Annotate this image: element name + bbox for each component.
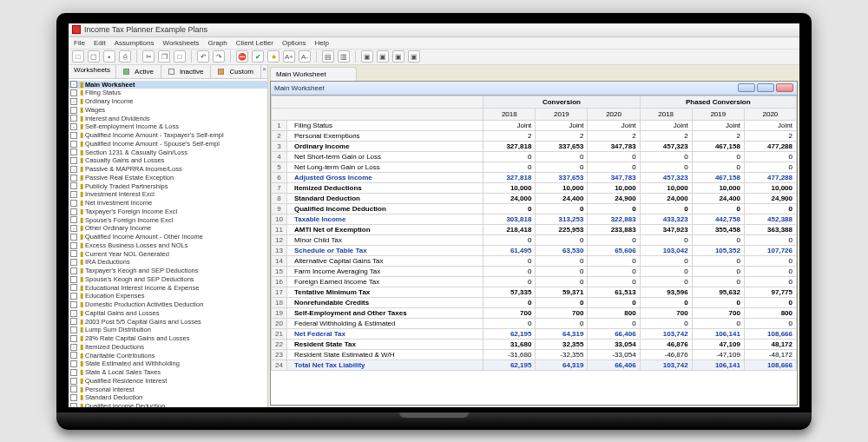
collapse-icon[interactable]: -: [70, 191, 77, 198]
cell-value[interactable]: 97,775: [744, 287, 796, 297]
cell-value[interactable]: 0: [483, 234, 536, 245]
menu-assumptions[interactable]: Assumptions: [115, 39, 155, 47]
redo-icon[interactable]: ↷: [213, 50, 225, 63]
cell-value[interactable]: 0: [640, 255, 692, 266]
cell-value[interactable]: 2: [588, 130, 640, 141]
cell-value[interactable]: -32,355: [536, 349, 588, 360]
cell-value[interactable]: 477,288: [744, 141, 796, 151]
collapse-icon[interactable]: -: [70, 344, 77, 351]
cell-value[interactable]: 0: [536, 162, 588, 172]
tab-inactive[interactable]: Inactive: [161, 65, 212, 78]
cell-value[interactable]: 700: [692, 307, 744, 318]
column-year-header[interactable]: 2018: [640, 108, 692, 120]
tree-node[interactable]: ▮Personal Interest: [69, 386, 267, 394]
cell-value[interactable]: 0: [640, 203, 692, 214]
cell-value[interactable]: 0: [640, 276, 692, 287]
grid-row[interactable]: 2Personal Exemptions222222: [272, 130, 797, 141]
cell-value[interactable]: 57,335: [483, 287, 536, 297]
grid-row[interactable]: 18Nonrefundable Credits000000: [272, 297, 797, 307]
undo-icon[interactable]: ↶: [197, 50, 209, 63]
grid-row[interactable]: 14Alternative Capital Gains Tax000000: [272, 255, 797, 266]
tree-node[interactable]: ▮Publicly Traded Partnerships: [69, 182, 267, 191]
menu-client-letter[interactable]: Client Letter: [236, 39, 273, 47]
collapse-icon[interactable]: -: [70, 166, 77, 173]
cell-value[interactable]: 467,158: [692, 141, 744, 151]
cell-value[interactable]: 327,818: [483, 172, 536, 182]
cell-value[interactable]: 0: [640, 318, 692, 328]
cell-value[interactable]: 0: [536, 151, 588, 162]
cell-value[interactable]: -33,054: [588, 349, 640, 360]
cell-value[interactable]: 106,141: [692, 360, 744, 370]
column-year-header[interactable]: 2018: [483, 108, 536, 120]
grid-row[interactable]: 11AMTI Net of Exemption218,418225,953233…: [272, 224, 797, 234]
cell-value[interactable]: 347,783: [588, 172, 640, 182]
cell-value[interactable]: 313,253: [536, 214, 588, 224]
tree-node[interactable]: ▮Charitable Contributions: [69, 352, 267, 360]
cell-value[interactable]: -48,172: [744, 349, 796, 360]
grid-row[interactable]: 16Foreign Earned Income Tax000000: [272, 276, 797, 287]
cell-value[interactable]: 31,680: [483, 339, 536, 349]
maximize-button[interactable]: [757, 83, 774, 92]
grid-row[interactable]: 21Net Federal Tax62,19564,31966,406103,7…: [272, 328, 797, 339]
cell-value[interactable]: 0: [588, 266, 640, 276]
cell-value[interactable]: 10,000: [588, 182, 640, 193]
cell-value[interactable]: 103,742: [640, 328, 692, 339]
cell-value[interactable]: 106,141: [692, 328, 744, 339]
cell-value[interactable]: 66,406: [588, 328, 640, 339]
tree-node[interactable]: ▮Standard Deduction: [69, 393, 267, 402]
cell-value[interactable]: 225,953: [536, 224, 588, 234]
grid-row[interactable]: 19Self-Employment and Other Taxes7007008…: [272, 307, 797, 318]
cell-value[interactable]: 10,000: [692, 182, 744, 193]
cell-value[interactable]: 103,742: [640, 360, 692, 370]
cell-value[interactable]: 0: [536, 203, 588, 214]
cell-value[interactable]: 105,352: [692, 245, 744, 255]
tree-node[interactable]: ▮Section 1231 & Casualty Gain/Loss: [69, 148, 267, 157]
cell-value[interactable]: 0: [588, 318, 640, 328]
font-dec-icon[interactable]: A-: [299, 50, 311, 63]
cell-value[interactable]: 0: [588, 276, 640, 287]
cell-value[interactable]: 2: [744, 130, 796, 141]
grid-row[interactable]: 4Net Short-term Gain or Loss000000: [272, 151, 797, 162]
cell-value[interactable]: 10,000: [483, 182, 536, 193]
new-icon[interactable]: □: [72, 50, 84, 63]
column-year-header[interactable]: 2019: [692, 108, 744, 120]
cell-value[interactable]: 0: [692, 266, 744, 276]
cell-value[interactable]: 107,726: [744, 245, 796, 255]
collapse-icon[interactable]: -: [70, 310, 77, 317]
save-icon[interactable]: ▪: [103, 50, 115, 63]
tab-active[interactable]: Active: [116, 65, 161, 78]
cell-value[interactable]: 337,653: [536, 172, 588, 182]
cell-value[interactable]: 0: [692, 162, 744, 172]
cell-value[interactable]: 0: [744, 318, 796, 328]
cell-value[interactable]: 24,900: [588, 193, 640, 203]
cell-value[interactable]: Joint: [640, 120, 692, 130]
cell-value[interactable]: 452,388: [744, 214, 796, 224]
cell-value[interactable]: 700: [483, 307, 536, 318]
cell-value[interactable]: -46,876: [640, 349, 692, 360]
cell-value[interactable]: 327,818: [483, 141, 536, 151]
cell-value[interactable]: 303,818: [483, 214, 536, 224]
grid-row[interactable]: 8Standard Deduction24,00024,40024,90024,…: [272, 193, 797, 203]
cell-value[interactable]: 63,530: [536, 245, 588, 255]
cell-value[interactable]: Joint: [588, 120, 640, 130]
cell-value[interactable]: 0: [640, 297, 692, 307]
cell-value[interactable]: 433,323: [640, 214, 692, 224]
cell-value[interactable]: 64,319: [536, 328, 588, 339]
grid-row[interactable]: 1Filing StatusJointJointJointJointJointJ…: [272, 120, 797, 130]
cell-value[interactable]: 33,054: [588, 339, 640, 349]
cell-value[interactable]: Joint: [744, 120, 796, 130]
cell-value[interactable]: 24,400: [692, 193, 744, 203]
cell-value[interactable]: -47,109: [692, 349, 744, 360]
tree-node[interactable]: ▮Education Expenses: [69, 292, 267, 300]
collapse-icon[interactable]: -: [70, 403, 77, 407]
tree-node[interactable]: -▮Itemized Deductions: [69, 343, 267, 352]
tree-node[interactable]: -▮Capital Gains and Losses: [69, 309, 267, 318]
cell-value[interactable]: 32,355: [536, 339, 588, 349]
collapse-icon[interactable]: -: [70, 123, 77, 130]
tree-node[interactable]: ▮Educational Interest Income & Expense: [69, 284, 267, 293]
cell-value[interactable]: 61,513: [588, 287, 640, 297]
tree-node[interactable]: ▮Interest and Dividends: [69, 115, 267, 123]
cell-value[interactable]: 24,900: [744, 193, 796, 203]
grid-row[interactable]: 12Minor Child Tax000000: [272, 234, 797, 245]
tree-node[interactable]: -▮Self-employment Income & Loss: [69, 122, 267, 131]
